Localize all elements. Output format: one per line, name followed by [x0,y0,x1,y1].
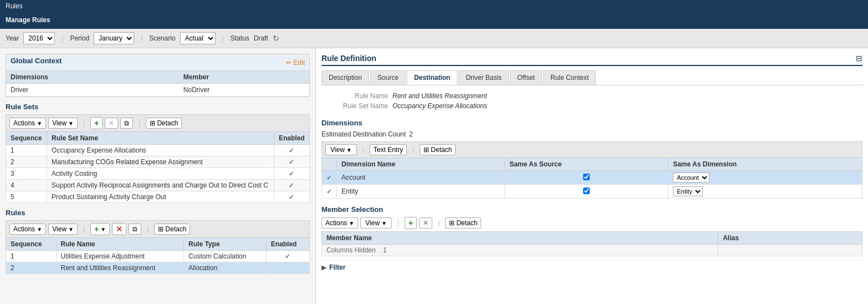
same-source-cell [505,185,668,199]
status-label: Status [231,34,249,42]
year-label: Year [6,34,19,42]
name: Manufacturing COGs Related Expense Assig… [47,156,274,168]
columns-hidden-row: Columns Hidden 1 [322,245,862,256]
table-row[interactable]: 5 Product Sustaining Activity Charge Out… [6,191,310,203]
period-label: Period [70,34,89,42]
rules-delete-button[interactable]: ✕ [112,223,126,235]
name: Rent and Utilities Reassignment [56,262,184,274]
seq: 2 [6,262,57,274]
member-actions-button[interactable]: Actions ▼ [321,217,358,229]
page-title: Manage Rules [0,12,868,29]
tab-source[interactable]: Source [370,70,406,85]
table-row[interactable]: 2 Rent and Utilities Reassignment Alloca… [6,262,310,274]
year-select[interactable]: 2016 [23,32,55,44]
context-row: Driver NoDriver [6,84,309,97]
detach-icon: ⊞ [449,219,455,227]
rules-copy-button[interactable]: ⧉ [129,224,141,235]
same-source-checkbox[interactable] [583,188,590,194]
tab-destination[interactable]: Destination [407,70,457,85]
rule-set-name-label: Rule Set Name [321,102,388,110]
ruleset-enabled-header: Enabled [274,132,309,145]
dim-check-header [322,158,337,171]
delete-icon: ✕ [116,225,122,234]
table-row[interactable]: 2 Manufacturing COGs Related Expense Ass… [6,156,310,168]
edit-button[interactable]: ✏ Edit [286,59,305,67]
estimated-label: Estimated Destination Count [321,130,406,138]
type: Allocation [184,262,267,274]
member-view-button[interactable]: View ▼ [360,217,392,229]
x-icon: ✕ [423,219,428,227]
seq: 3 [6,168,47,180]
scenario-label: Scenario [149,34,175,42]
ruleset-seq-header: Sequence [6,132,47,145]
add-icon: + [94,119,99,128]
rule-set-name-value: Occupancy Expense Allocations [392,102,862,110]
member-delete-button[interactable]: ✕ [419,217,432,229]
copy-icon: ⧉ [124,119,129,127]
same-dim-cell: Entity [668,185,862,199]
rules-view-button[interactable]: View ▼ [48,224,78,235]
name: Occupancy Expense Allocations [47,145,274,156]
seq: 1 [6,251,57,262]
tab-rule-context[interactable]: Rule Context [543,70,596,85]
dim-check-cell: ✓ [322,185,337,199]
breadcrumb: Rules [0,0,868,12]
dim-row[interactable]: ✓ Entity Entity [322,185,862,199]
table-row[interactable]: 4 Support Activity Reciprocal Assignment… [6,180,310,191]
rule-sets-copy-button[interactable]: ⧉ [120,118,133,129]
rule-name-label: Rule Name [321,92,388,100]
rule-sets-delete-button[interactable]: ✕ [105,118,118,129]
rule-sets-actions-button[interactable]: Actions ▼ [9,118,46,129]
rule-seq-header: Sequence [6,238,57,251]
expand-icon[interactable]: ⊟ [856,54,862,63]
member-add-button[interactable]: + [405,217,417,229]
refresh-button[interactable]: ↻ [273,34,279,43]
same-source-cell [505,171,668,185]
global-context-title: Global Context [11,57,62,65]
tab-description[interactable]: Description [321,70,369,85]
dim-detach-button[interactable]: ⊞ Detach [420,144,456,155]
member-col-header: Member [179,71,309,84]
rule-name-value: Rent and Utilities Reassignment [392,92,862,100]
scenario-select[interactable]: Actual [180,32,216,44]
name: Support Activity Reciprocal Assignments … [47,180,274,191]
same-source-checkbox[interactable] [583,174,590,180]
dim-name-cell: Account [337,171,505,185]
filter-row[interactable]: ▶ Filter [321,260,862,275]
ruleset-name-header: Rule Set Name [47,132,274,145]
tab-driver-basis[interactable]: Driver Basis [458,70,509,85]
detach-icon: ⊞ [158,225,164,233]
table-row[interactable]: 3 Activity Costing ✓ [6,168,310,180]
dim-text-entry-button[interactable]: Text Entry [370,144,407,155]
same-dim-cell: Account [668,171,862,185]
dim-view-button[interactable]: View ▼ [325,144,357,155]
rule-sets-detach-button[interactable]: ⊞ Detach [146,118,182,129]
member-detach-button[interactable]: ⊞ Detach [445,217,481,229]
period-select[interactable]: January [94,32,134,44]
name: Activity Costing [47,168,274,180]
rules-detach-button[interactable]: ⊞ Detach [154,224,190,235]
rules-add-button[interactable]: + ▼ [90,223,110,235]
seq: 2 [6,156,47,168]
rule-sets-view-button[interactable]: View ▼ [48,118,78,129]
same-dim-select[interactable]: Account [673,173,709,183]
alias-header: Alias [718,232,862,245]
detach-icon: ⊞ [423,146,429,154]
member-name-header: Member Name [322,232,718,245]
tab-offset[interactable]: Offset [510,70,542,85]
table-row[interactable]: 1 Utilities Expense Adjustment Custom Ca… [6,251,310,262]
rule-sets-add-button[interactable]: + [90,117,103,129]
rules-actions-button[interactable]: Actions ▼ [9,224,46,235]
dimensions-title: Dimensions [321,119,862,127]
dim-check-cell: ✓ [322,171,337,185]
member-selection-section: Member Selection Actions ▼ View ▼ | + ✕ … [321,205,862,256]
delete-icon: ✕ [109,119,114,127]
pencil-icon: ✏ [286,59,292,67]
same-as-source-header: Same As Source [505,158,668,171]
same-dim-select[interactable]: Entity [673,186,703,196]
table-row[interactable]: 1 Occupancy Expense Allocations ✓ [6,145,310,156]
dim-row[interactable]: ✓ Account Account [322,171,862,185]
context-member: NoDriver [179,84,309,97]
tabs-bar: Description Source Destination Driver Ba… [321,70,862,85]
filter-arrow-icon: ▶ [321,264,326,271]
